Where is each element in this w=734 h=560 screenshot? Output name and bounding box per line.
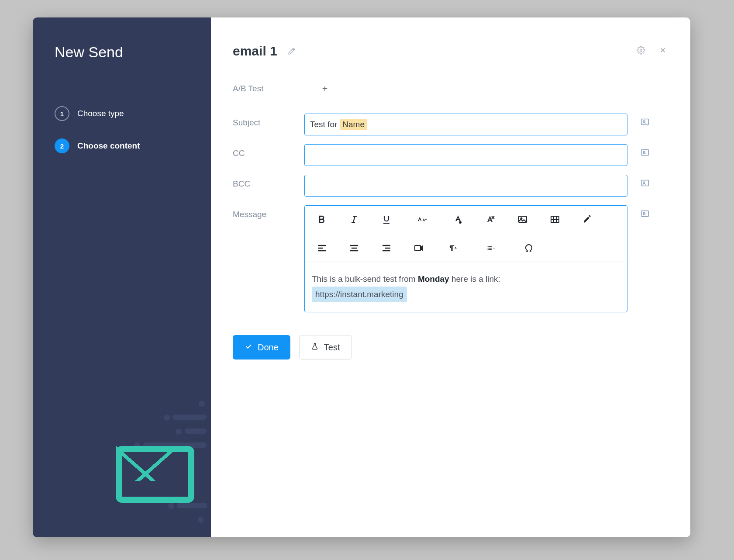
svg-point-14 xyxy=(487,249,488,250)
new-send-modal: New Send 1 Choose type 2 Choose content xyxy=(33,17,690,537)
font-size-icon[interactable] xyxy=(413,214,431,225)
italic-icon[interactable] xyxy=(348,214,360,225)
pencil-icon[interactable] xyxy=(285,45,298,58)
bold-icon[interactable] xyxy=(316,214,327,225)
step-number: 2 xyxy=(55,138,69,153)
gear-icon[interactable] xyxy=(634,44,648,57)
contact-card-icon[interactable] xyxy=(640,209,660,220)
message-body[interactable]: This is a bulk-send test from Monday her… xyxy=(305,262,627,312)
omega-icon[interactable] xyxy=(523,242,534,254)
svg-point-12 xyxy=(487,246,488,247)
align-right-icon[interactable] xyxy=(381,242,392,254)
clear-format-icon[interactable] xyxy=(485,214,496,225)
step-label: Choose content xyxy=(77,141,140,151)
svg-point-16 xyxy=(643,212,645,214)
table-icon[interactable] xyxy=(549,214,561,225)
svg-point-6 xyxy=(643,182,645,183)
editor-toolbar xyxy=(305,206,627,262)
message-link[interactable]: https://instant.marketing xyxy=(312,287,407,302)
flask-icon xyxy=(311,342,319,353)
message-editor: This is a bulk-send test from Monday her… xyxy=(304,205,627,312)
message-label: Message xyxy=(233,205,298,219)
highlighter-icon[interactable] xyxy=(582,214,593,225)
page-title: email 1 xyxy=(233,44,277,59)
step-label: Choose type xyxy=(77,109,124,118)
done-button[interactable]: Done xyxy=(233,335,290,360)
svg-rect-11 xyxy=(415,245,420,251)
contact-card-icon[interactable] xyxy=(640,148,660,159)
cc-label: CC xyxy=(233,144,298,158)
image-icon[interactable] xyxy=(517,214,528,225)
svg-point-4 xyxy=(643,151,645,153)
svg-point-0 xyxy=(640,49,642,52)
subject-label: Subject xyxy=(233,114,298,128)
align-center-icon[interactable] xyxy=(348,242,360,254)
step-list: 1 Choose type 2 Choose content xyxy=(55,106,211,153)
paragraph-icon[interactable] xyxy=(445,242,460,254)
sidebar: New Send 1 Choose type 2 Choose content xyxy=(33,17,211,537)
subject-input[interactable]: Test for Name xyxy=(304,114,627,135)
ab-test-label: A/B Test xyxy=(233,84,298,93)
bcc-label: BCC xyxy=(233,175,298,189)
subject-merge-token[interactable]: Name xyxy=(340,119,367,130)
underline-icon[interactable] xyxy=(381,214,392,225)
svg-point-13 xyxy=(487,248,488,249)
svg-point-7 xyxy=(459,221,462,224)
check-icon xyxy=(245,342,252,353)
video-icon[interactable] xyxy=(413,242,424,254)
step-choose-type[interactable]: 1 Choose type xyxy=(55,106,211,121)
envelope-decoration xyxy=(57,395,218,513)
plus-icon[interactable] xyxy=(319,83,331,94)
subject-text: Test for xyxy=(310,120,337,129)
close-icon[interactable] xyxy=(656,44,669,57)
main-panel: email 1 A/B Test Subject Test for xyxy=(211,17,690,537)
message-bold: Monday xyxy=(418,274,449,283)
sidebar-title: New Send xyxy=(55,44,211,61)
svg-point-2 xyxy=(643,121,645,122)
test-button[interactable]: Test xyxy=(299,335,352,360)
align-left-icon[interactable] xyxy=(316,242,327,254)
step-choose-content[interactable]: 2 Choose content xyxy=(55,138,211,153)
list-icon[interactable] xyxy=(481,242,502,254)
envelope-icon xyxy=(116,446,194,503)
cc-input[interactable] xyxy=(304,144,627,166)
font-color-icon[interactable] xyxy=(452,214,464,225)
bcc-input[interactable] xyxy=(304,175,627,197)
contact-card-icon[interactable] xyxy=(640,117,660,128)
step-number: 1 xyxy=(55,106,69,121)
contact-card-icon[interactable] xyxy=(640,178,660,190)
